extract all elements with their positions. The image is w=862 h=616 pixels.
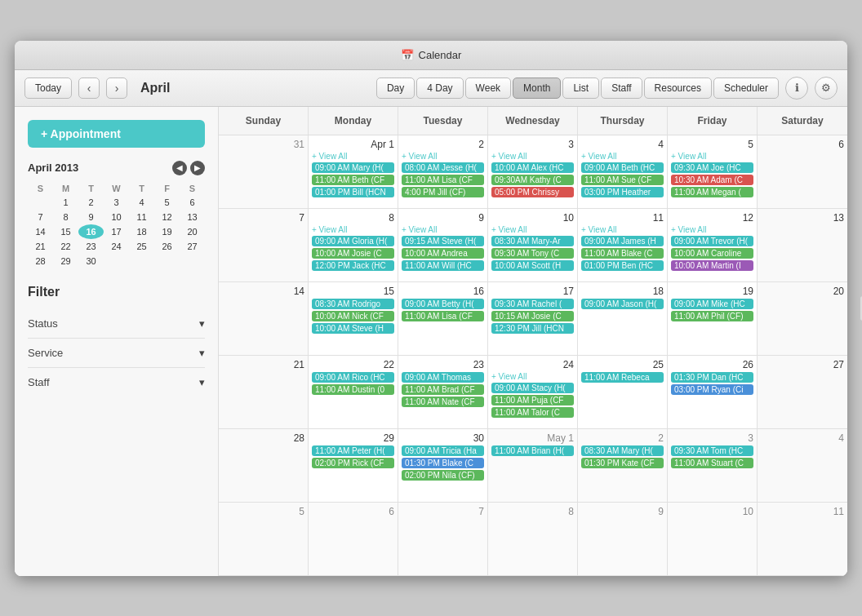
- mini-cal-day[interactable]: 12: [154, 210, 180, 224]
- mini-cal-day[interactable]: 11: [129, 210, 154, 224]
- calendar-cell[interactable]: 11: [758, 503, 847, 576]
- calendar-event[interactable]: 08:00 AM Jesse (H(: [402, 162, 484, 173]
- mini-cal-day[interactable]: 17: [104, 224, 129, 239]
- mini-cal-day[interactable]: 8: [53, 210, 78, 224]
- calendar-event[interactable]: 11:00 AM Brad (CF: [402, 384, 484, 395]
- calendar-event[interactable]: 11:00 AM Stuart (C: [671, 458, 753, 468]
- view-all-link[interactable]: + View All: [581, 225, 664, 234]
- calendar-event[interactable]: 10:00 AM Steve (H: [312, 323, 394, 334]
- calendar-event[interactable]: 03:00 PM Heather: [581, 187, 664, 197]
- calendar-event[interactable]: 10:30 AM Adam (C: [671, 175, 753, 185]
- calendar-event[interactable]: 08:30 AM Mary-Ar: [491, 236, 574, 246]
- calendar-event[interactable]: 05:00 PM Chrissy: [491, 187, 574, 197]
- calendar-event[interactable]: 01:00 PM Ben (HC: [581, 260, 664, 271]
- mini-cal-day[interactable]: 2: [78, 195, 104, 210]
- view-list-button[interactable]: List: [562, 78, 599, 99]
- mini-cal-day[interactable]: 9: [78, 210, 104, 224]
- next-button[interactable]: ›: [106, 78, 127, 99]
- calendar-event[interactable]: 10:00 AM Andrea: [402, 248, 484, 259]
- filter-service[interactable]: Service ▾: [28, 339, 205, 368]
- calendar-event[interactable]: 09:30 AM Tony (C: [491, 248, 574, 259]
- calendar-cell[interactable]: 4: [758, 429, 847, 503]
- calendar-event[interactable]: 12:30 PM Jill (HCN: [491, 323, 574, 334]
- calendar-cell[interactable]: 1508:30 AM Rodrigo10:00 AM Nick (CF10:00…: [309, 282, 398, 356]
- calendar-cell[interactable]: 10+ View All08:30 AM Mary-Ar09:30 AM Ton…: [488, 209, 578, 282]
- mini-cal-day[interactable]: 15: [53, 224, 78, 239]
- calendar-cell[interactable]: 5+ View All09:30 AM Joe (HC10:30 AM Adam…: [668, 135, 758, 209]
- view-all-link[interactable]: + View All: [491, 372, 574, 381]
- calendar-cell[interactable]: 9: [578, 503, 668, 576]
- calendar-cell[interactable]: 11+ View All09:00 AM James (H11:00 AM Bl…: [578, 209, 668, 282]
- calendar-cell[interactable]: 14: [219, 282, 309, 356]
- calendar-cell[interactable]: 7: [398, 503, 488, 576]
- calendar-event[interactable]: 09:00 AM Mary (H(: [312, 162, 394, 173]
- calendar-cell[interactable]: 2+ View All08:00 AM Jesse (H(11:00 AM Li…: [398, 135, 488, 209]
- calendar-event[interactable]: 11:00 AM Lisa (CF: [402, 175, 484, 185]
- calendar-event[interactable]: 11:00 AM Megan (: [671, 187, 753, 197]
- calendar-cell[interactable]: 4+ View All09:00 AM Beth (HC11:00 AM Sue…: [578, 135, 668, 209]
- calendar-cell[interactable]: 9+ View All09:15 AM Steve (H(10:00 AM An…: [398, 209, 488, 282]
- mini-cal-day[interactable]: 20: [180, 224, 205, 239]
- view-all-link[interactable]: + View All: [671, 225, 753, 234]
- calendar-cell[interactable]: 13: [758, 209, 847, 282]
- settings-button[interactable]: ⚙: [815, 77, 838, 100]
- view-all-link[interactable]: + View All: [402, 152, 484, 161]
- calendar-event[interactable]: 09:30 AM Tom (HC: [671, 445, 753, 456]
- mini-cal-day[interactable]: 7: [28, 210, 53, 224]
- calendar-event[interactable]: 12:00 PM Jack (HC: [312, 260, 394, 271]
- calendar-cell[interactable]: 10: [668, 503, 758, 576]
- calendar-event[interactable]: 09:00 AM Gloria (H(: [312, 236, 394, 246]
- calendar-event[interactable]: 10:15 AM Josie (C: [491, 311, 574, 321]
- view-resources-button[interactable]: Resources: [644, 78, 712, 99]
- calendar-event[interactable]: 09:00 AM Jason (H(: [581, 299, 664, 309]
- calendar-cell[interactable]: 1909:00 AM Mike (HC11:00 AM Phil (CF): [668, 282, 758, 356]
- calendar-event[interactable]: 10:00 AM Martin (I: [671, 260, 753, 271]
- calendar-event[interactable]: 09:00 AM Betty (H(: [402, 299, 484, 309]
- calendar-cell[interactable]: 2601:30 PM Dan (HC03:00 PM Ryan (Ci: [668, 356, 758, 429]
- calendar-cell[interactable]: 2309:00 AM Thomas11:00 AM Brad (CF11:00 …: [398, 356, 488, 429]
- calendar-event[interactable]: 10:00 AM Scott (H: [491, 260, 574, 271]
- calendar-event[interactable]: 10:00 AM Josie (C: [312, 248, 394, 259]
- view-month-button[interactable]: Month: [513, 78, 561, 99]
- calendar-event[interactable]: 03:00 PM Ryan (Ci: [671, 384, 753, 395]
- calendar-cell[interactable]: 31: [219, 135, 309, 209]
- mini-cal-day[interactable]: 14: [28, 224, 53, 239]
- mini-cal-day[interactable]: 4: [129, 195, 154, 210]
- calendar-event[interactable]: 11:00 AM Brian (H(: [491, 445, 574, 456]
- view-scheduler-button[interactable]: Scheduler: [713, 78, 779, 99]
- calendar-cell[interactable]: 27: [758, 356, 847, 429]
- view-day-button[interactable]: Day: [376, 78, 415, 99]
- calendar-cell[interactable]: 208:30 AM Mary (H(01:30 PM Kate (CF: [578, 429, 668, 503]
- calendar-event[interactable]: 09:30 AM Rachel (: [491, 299, 574, 309]
- calendar-event[interactable]: 09:30 AM Joe (HC: [671, 162, 753, 173]
- add-appointment-button[interactable]: + Appointment: [28, 120, 205, 148]
- prev-button[interactable]: ‹: [78, 78, 100, 99]
- mini-cal-day[interactable]: 19: [154, 224, 180, 239]
- calendar-cell[interactable]: 3+ View All10:00 AM Alex (HC09:30AM Kath…: [488, 135, 578, 209]
- calendar-event[interactable]: 11:00 AM Nate (CF: [402, 397, 484, 407]
- calendar-cell[interactable]: 2209:00 AM Rico (HC11:00 AM Dustin (0: [309, 356, 398, 429]
- calendar-event[interactable]: 4:00 PM Jill (CF): [402, 187, 484, 197]
- calendar-event[interactable]: 10:00 AM Caroline: [671, 248, 753, 259]
- mini-cal-day[interactable]: 18: [129, 224, 154, 239]
- calendar-event[interactable]: 11:00 AM Puja (CF: [491, 395, 574, 405]
- calendar-cell[interactable]: 1809:00 AM Jason (H(: [578, 282, 668, 356]
- calendar-event[interactable]: 02:00 PM Rick (CF: [312, 458, 394, 468]
- calendar-event[interactable]: 01:30 PM Kate (CF: [581, 458, 664, 468]
- calendar-cell[interactable]: 309:30 AM Tom (HC11:00 AM Stuart (C: [668, 429, 758, 503]
- calendar-cell[interactable]: 20: [758, 282, 847, 356]
- mini-cal-day[interactable]: 27: [180, 239, 205, 254]
- filter-staff[interactable]: Staff ▾: [28, 368, 205, 397]
- calendar-event[interactable]: 11:00 AM Phil (CF): [671, 311, 753, 321]
- view-all-link[interactable]: + View All: [671, 152, 753, 161]
- calendar-event[interactable]: 11:00 AM Talor (C: [491, 407, 574, 418]
- calendar-event[interactable]: 09:00 AM Trevor (H(: [671, 236, 753, 246]
- calendar-event[interactable]: 11:00 AM Blake (C: [581, 248, 664, 259]
- calendar-event[interactable]: 10:00 AM Alex (HC: [491, 162, 574, 173]
- mini-next-button[interactable]: ▶: [190, 161, 205, 175]
- calendar-event[interactable]: 09:15 AM Steve (H(: [402, 236, 484, 246]
- calendar-cell[interactable]: 6: [758, 135, 847, 209]
- mini-prev-button[interactable]: ◀: [172, 161, 187, 175]
- mini-cal-day[interactable]: 10: [104, 210, 129, 224]
- calendar-event[interactable]: 01:30 PM Blake (C: [402, 458, 484, 468]
